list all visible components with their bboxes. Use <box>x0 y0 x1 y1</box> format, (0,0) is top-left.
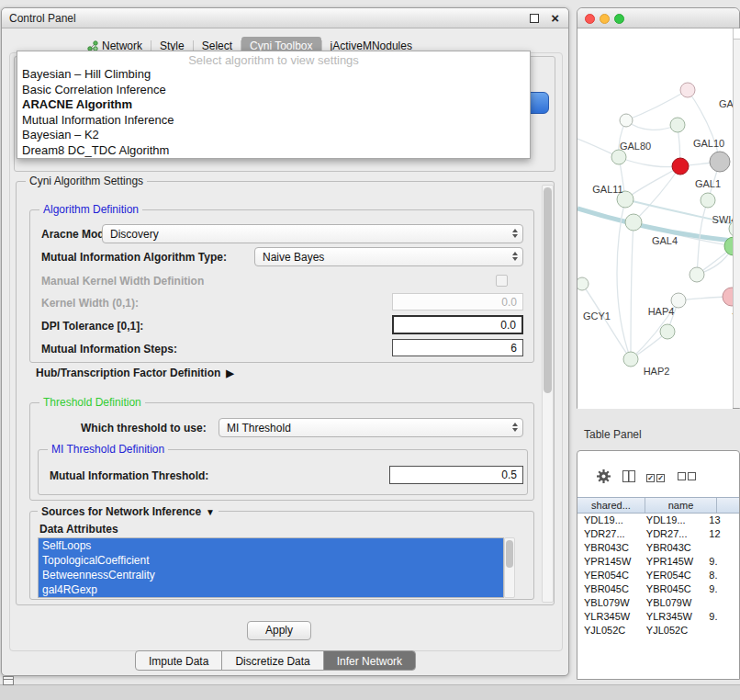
algorithm-option[interactable]: Mutual Information Inference <box>17 113 530 129</box>
network-node[interactable] <box>701 193 715 208</box>
deselect-all-button[interactable] <box>678 468 698 484</box>
table-cell: 13 <box>705 514 739 527</box>
network-node[interactable] <box>577 277 589 290</box>
attributes-scrollbar[interactable] <box>504 537 515 598</box>
algorithm-option[interactable]: Bayesian – K2 <box>17 128 530 143</box>
sources-group: Sources for Network Inference ▼ Data Att… <box>29 511 534 600</box>
table-cell: YDL19... <box>640 514 705 527</box>
bottom-tab-bar: Impute Data Discretize Data Infer Networ… <box>135 650 416 671</box>
settings-scrollbar[interactable] <box>542 185 554 603</box>
network-edge <box>626 90 688 120</box>
apply-button[interactable]: Apply <box>247 621 311 640</box>
network-canvas[interactable]: GALGAL80GAL10GAL11GAL1SWI4GAL4GCY1HAP4HA… <box>577 28 733 409</box>
network-node[interactable] <box>620 114 633 127</box>
network-node[interactable] <box>672 158 689 175</box>
table-row[interactable]: YER054CYER054C8. <box>577 569 739 582</box>
mi-steps-label: Mutual Information Steps: <box>41 343 177 356</box>
network-window-titlebar[interactable] <box>577 8 739 28</box>
table-cell: YBL079W <box>640 596 705 610</box>
column-selector-button[interactable] <box>622 470 635 482</box>
network-node[interactable] <box>625 214 642 231</box>
algorithm-option[interactable]: Dream8 DC_TDC Algorithm <box>17 143 530 159</box>
network-edge <box>631 222 633 359</box>
table-row[interactable]: YPR145WYPR145W9. <box>577 555 739 569</box>
column-header-name[interactable]: name <box>645 498 717 513</box>
aracne-mode-select[interactable]: Discovery <box>102 224 523 243</box>
algorithm-option[interactable]: Basic Correlation Inference <box>17 83 530 98</box>
mi-steps-input[interactable] <box>392 339 523 356</box>
column-header-extra[interactable] <box>717 498 740 513</box>
table-row[interactable]: YDL19...YDL19...13 <box>577 514 739 527</box>
tab-infer-network[interactable]: Infer Network <box>323 651 415 670</box>
scrollbar-thumb[interactable] <box>544 187 552 393</box>
threshold-definition-group: Threshold Definition Which threshold to … <box>29 402 534 501</box>
node-label: HAP4 <box>648 306 675 317</box>
minimize-traffic-light[interactable] <box>600 14 610 24</box>
network-node[interactable] <box>660 324 675 339</box>
network-edge <box>582 284 631 359</box>
which-threshold-select[interactable]: MI Threshold <box>219 418 523 437</box>
mi-type-label: Mutual Information Algorithm Type: <box>41 251 227 264</box>
close-traffic-light[interactable] <box>585 14 595 24</box>
table-cell: YJL052C <box>640 624 705 638</box>
table-row[interactable]: YBR043CYBR043C <box>577 541 739 555</box>
group-title: Threshold Definition <box>39 396 145 409</box>
table-cell <box>705 624 739 638</box>
table-header: shared... name <box>577 497 740 514</box>
cyni-algorithm-settings-group: Cyni Algorithm Settings Algorithm Defini… <box>16 181 555 605</box>
group-title: MI Threshold Definition <box>48 443 168 456</box>
hub-definition-expander[interactable]: Hub/Transcription Factor Definition ▶ <box>36 367 234 379</box>
control-panel-titlebar[interactable]: Control Panel × <box>2 8 568 28</box>
tab-impute-data[interactable]: Impute Data <box>136 651 221 670</box>
table-panel-window: ✓✓ shared... name YDL19...YDL19...13YDR2… <box>577 450 740 680</box>
table-row[interactable]: YBL079WYBL079W <box>577 596 739 610</box>
table-row[interactable]: YJL052CYJL052C <box>577 624 739 638</box>
table-row[interactable]: YLR345WYLR345W9. <box>577 610 739 624</box>
scrollbar-thumb[interactable] <box>506 540 513 568</box>
table-settings-button[interactable] <box>596 469 611 484</box>
network-node[interactable] <box>680 83 695 97</box>
column-header-shared-name[interactable]: shared... <box>577 498 645 513</box>
network-node[interactable] <box>690 267 704 282</box>
updown-arrows-icon <box>512 252 518 261</box>
dpi-tolerance-input[interactable] <box>392 315 523 334</box>
algorithm-definition-group: Algorithm Definition Aracne Mode: Discov… <box>29 209 534 363</box>
algorithm-option[interactable]: ARACNE Algorithm <box>17 97 530 113</box>
attribute-item[interactable]: gal4RGexp <box>39 582 503 597</box>
mi-threshold-input[interactable] <box>389 466 523 484</box>
network-edge <box>619 157 680 167</box>
tab-discretize-data[interactable]: Discretize Data <box>221 651 322 670</box>
node-label: GAL <box>719 98 733 109</box>
kernel-width-input <box>392 293 523 310</box>
attribute-item[interactable]: BetweennessCentrality <box>39 568 503 582</box>
network-node[interactable] <box>623 352 638 367</box>
hub-definition-label: Hub/Transcription Factor Definition <box>36 367 220 379</box>
table-row[interactable]: YBR045CYBR045C9. <box>577 582 739 596</box>
table-cell: YLR345W <box>640 610 705 624</box>
attribute-item[interactable]: SelfLoops <box>39 538 503 553</box>
data-attributes-label: Data Attributes <box>39 523 118 536</box>
window-title: Control Panel <box>9 12 76 25</box>
network-node[interactable] <box>611 150 626 164</box>
select-all-button[interactable]: ✓✓ <box>646 468 667 484</box>
unchecked-boxes-icon <box>678 468 698 484</box>
network-node[interactable] <box>723 288 733 306</box>
algorithm-option[interactable]: Bayesian – Hill Climbing <box>17 67 530 83</box>
network-node[interactable] <box>710 152 730 172</box>
attribute-item[interactable]: TopologicalCoefficient <box>39 553 503 568</box>
table-cell: YDL19... <box>577 514 640 527</box>
float-window-button[interactable] <box>530 14 539 23</box>
network-view-window: GALGAL80GAL10GAL11GAL1SWI4GAL4GCY1HAP4HA… <box>577 7 740 409</box>
table-row[interactable]: YDR27...YDR27...12 <box>577 527 739 541</box>
table-cell: YBR043C <box>640 541 705 555</box>
network-node[interactable] <box>670 118 685 132</box>
node-label: GAL80 <box>620 141 651 152</box>
mi-algorithm-type-select[interactable]: Naive Bayes <box>254 247 523 266</box>
close-button[interactable]: × <box>551 10 559 26</box>
sources-expander[interactable]: Sources for Network Inference ▼ <box>38 505 219 518</box>
columns-icon <box>622 470 635 482</box>
scrollbar-cap <box>734 28 740 40</box>
window-restore-icon[interactable] <box>3 676 14 685</box>
network-scrollbar[interactable] <box>733 28 740 408</box>
zoom-traffic-light[interactable] <box>614 14 624 24</box>
